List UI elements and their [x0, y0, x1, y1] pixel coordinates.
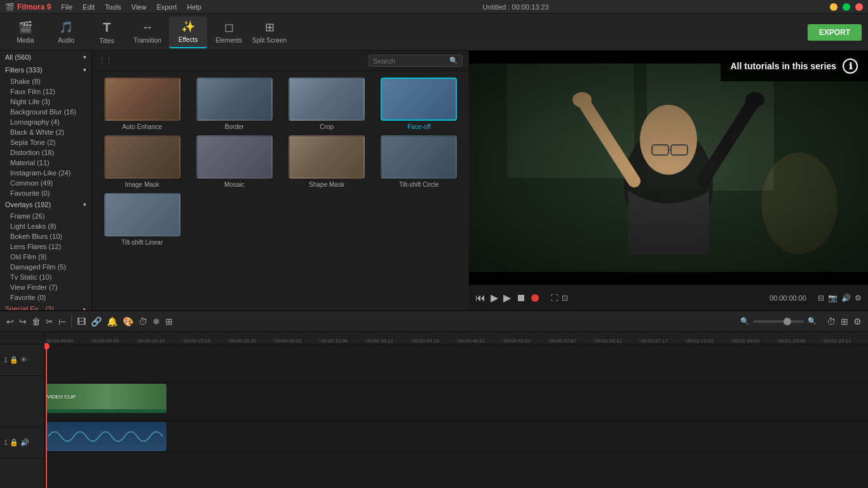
sidebar-item-background-blur[interactable]: Background Blur (16)	[0, 107, 92, 117]
sidebar-item-bokeh-blurs[interactable]: Bokeh Blurs (10)	[0, 231, 92, 241]
sidebar-item-shake[interactable]: Shake (8)	[0, 76, 92, 86]
stop-button[interactable]: ⏹	[516, 292, 526, 304]
settings-icon[interactable]: ⚙	[855, 294, 862, 302]
sidebar-item-common[interactable]: Common (49)	[0, 178, 92, 188]
effect-auto-enhance[interactable]: Auto Enhance	[98, 78, 186, 130]
menu-tools[interactable]: Tools	[105, 3, 121, 11]
split-screen-icon: ⊞	[265, 20, 275, 34]
zoom-slider[interactable]	[753, 320, 804, 323]
export-button[interactable]: EXPORT	[808, 24, 862, 41]
freeze-button[interactable]: ❄	[153, 316, 160, 327]
sidebar-item-old-film[interactable]: Old Film (9)	[0, 252, 92, 262]
video-clip-1[interactable]: VIDEO CLIP	[46, 384, 166, 413]
tool-effects-label: Effects	[179, 36, 198, 43]
add-media-button[interactable]: 🎞	[77, 316, 86, 327]
sidebar-item-overlay-favorite[interactable]: Favorite (0)	[0, 292, 92, 302]
menu-view[interactable]: View	[132, 3, 147, 11]
camera-snap-icon[interactable]: 📷	[828, 294, 837, 302]
menu-help[interactable]: Help	[187, 3, 201, 11]
effect-tilt-shift-linear[interactable]: Tilt-shift Linear	[98, 193, 186, 246]
all-category[interactable]: All (560) ▾	[0, 51, 92, 64]
effect-tilt-shift-circle[interactable]: Tilt-shift Circle	[376, 135, 463, 188]
zoom-in-icon[interactable]: 🔍	[808, 317, 817, 325]
sidebar-item-favourite[interactable]: Favourite (0)	[0, 188, 92, 198]
clip-label: VIDEO CLIP	[46, 393, 77, 401]
close-btn[interactable]	[855, 3, 863, 11]
effect-shape-mask[interactable]: Shape Mask	[283, 135, 370, 188]
sidebar-item-black-white[interactable]: Black & White (2)	[0, 127, 92, 137]
play-button[interactable]: ▶	[491, 292, 498, 304]
tool-split-screen[interactable]: ⊞ Split Screen	[250, 17, 288, 48]
effect-thumb-crop	[288, 78, 365, 121]
sidebar-item-frame[interactable]: Frame (26)	[0, 211, 92, 221]
color-button[interactable]: 🎨	[123, 316, 133, 327]
audio-track-1-icons: 1 🔒 🔊	[4, 438, 29, 447]
delete-button[interactable]: 🗑	[32, 316, 41, 327]
link-button[interactable]: 🔗	[91, 316, 102, 327]
undo-button[interactable]: ↩	[6, 316, 14, 327]
tool-titles[interactable]: T Titles	[88, 17, 126, 48]
pip-button[interactable]: ⊞	[165, 316, 173, 327]
tool-effects[interactable]: ✨ Effects	[169, 17, 207, 48]
crop-preview-icon[interactable]: ⊡	[562, 294, 568, 302]
menu-export[interactable]: Export	[156, 3, 177, 11]
effect-image-mask[interactable]: Image Mask	[98, 135, 186, 188]
volume-icon[interactable]: 🔊	[841, 294, 851, 302]
special-events-category[interactable]: Special Ev... (3) ▸	[0, 302, 92, 310]
sidebar-item-damaged-film[interactable]: Damaged Film (5)	[0, 262, 92, 272]
tool-elements[interactable]: ◻ Elements	[210, 17, 248, 48]
track-lock-icon[interactable]: 🔒	[10, 356, 18, 364]
audio-track-lock-icon[interactable]: 🔒	[10, 438, 18, 447]
search-input[interactable]	[373, 57, 449, 65]
sidebar-item-tv-static[interactable]: Tv Static (10)	[0, 272, 92, 282]
sidebar-item-night-life[interactable]: Night Life (3)	[0, 97, 92, 107]
sidebar-item-instagram[interactable]: Instagram-Like (24)	[0, 168, 92, 178]
ruler-tick-12: 00:01:02:12	[593, 338, 639, 344]
redo-button[interactable]: ↪	[19, 316, 27, 327]
audio-clip-1[interactable]	[46, 422, 166, 451]
filters-category[interactable]: Filters (333) ▾	[0, 64, 92, 76]
zoom-thumb[interactable]	[783, 318, 791, 325]
effect-border[interactable]: Border	[191, 78, 278, 130]
sidebar-item-faux-film[interactable]: Faux Film (12)	[0, 86, 92, 97]
time-display-button[interactable]: ⏱	[827, 316, 836, 327]
sidebar-item-light-leaks[interactable]: Light Leaks (8)	[0, 221, 92, 231]
audio-track-speaker-icon[interactable]: 🔊	[20, 438, 29, 447]
clip-audio-wave	[46, 409, 166, 413]
tool-titles-label: Titles	[99, 37, 114, 44]
effect-face-off[interactable]: Face-off	[376, 78, 463, 130]
overlays-category[interactable]: Overlays (192) ▾	[0, 198, 92, 211]
grid-options-icon[interactable]: ⋮⋮	[98, 57, 112, 65]
sidebar-item-lens-flares[interactable]: Lens Flares (12)	[0, 241, 92, 252]
minimize-btn[interactable]	[830, 3, 837, 11]
audio-button[interactable]: 🔔	[107, 316, 118, 327]
resize-icon[interactable]: ⊟	[818, 294, 824, 302]
sidebar-item-distortion[interactable]: Distortion (18)	[0, 147, 92, 158]
menu-file[interactable]: File	[61, 3, 72, 11]
fit-button[interactable]: ⊞	[841, 316, 848, 327]
menu-bar: 🎬 Filmora 9 File Edit Tools View Export …	[0, 0, 868, 14]
fullscreen-icon[interactable]: ⛶	[550, 294, 558, 302]
maximize-btn[interactable]	[843, 3, 850, 11]
effect-crop[interactable]: Crop	[283, 78, 370, 130]
tool-transition[interactable]: ↔ Transition	[128, 17, 166, 48]
ruler-timestamp-17: 00:01:28:13	[824, 338, 851, 344]
sidebar-item-view-finder[interactable]: View Finder (7)	[0, 282, 92, 292]
sidebar-item-material[interactable]: Material (11)	[0, 158, 92, 168]
tool-media[interactable]: 🎬 Media	[6, 17, 44, 48]
tutorial-banner[interactable]: All tutorials in this series ℹ	[721, 51, 869, 81]
menu-edit[interactable]: Edit	[83, 3, 95, 11]
sidebar-item-sepia-tone[interactable]: Sepia Tone (2)	[0, 137, 92, 147]
cut-button[interactable]: ✂	[46, 316, 53, 327]
speed-button[interactable]: ⏱	[139, 316, 147, 327]
play-button-2[interactable]: ▶	[503, 292, 511, 304]
preview-controls: ⏮ ▶ ▶ ⏹ ⛶ ⊡ 00:00:00:00 ⊟ 📷 🔊 ⚙	[469, 285, 868, 310]
prev-frame-button[interactable]: ⏮	[475, 292, 485, 304]
split-button[interactable]: ⊢	[58, 316, 66, 327]
tool-audio[interactable]: 🎵 Audio	[47, 17, 85, 48]
zoom-out-icon[interactable]: 🔍	[740, 317, 749, 325]
settings-btn[interactable]: ⚙	[853, 316, 862, 327]
sidebar-item-lomography[interactable]: Lomography (4)	[0, 117, 92, 127]
effect-mosaic[interactable]: Mosaic	[191, 135, 278, 188]
track-eye-icon[interactable]: 👁	[20, 356, 27, 364]
